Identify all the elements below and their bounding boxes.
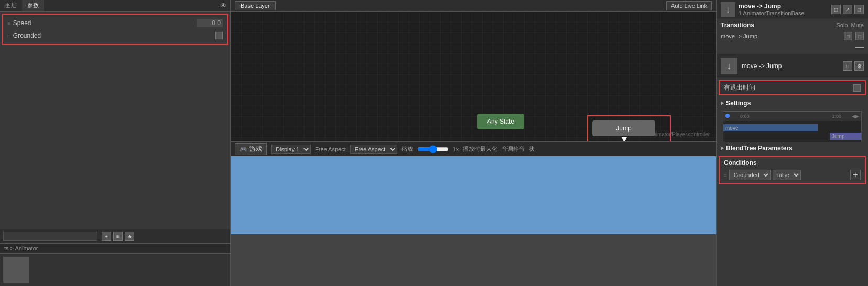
solo-label: Solo bbox=[837, 22, 848, 28]
add-condition-btn[interactable]: + bbox=[850, 170, 861, 180]
game-inner bbox=[231, 156, 716, 286]
display-select[interactable]: Display 1 bbox=[271, 145, 311, 154]
animator-thumb bbox=[3, 257, 29, 283]
canvas-label: Animator/Player.controller bbox=[650, 131, 710, 137]
timeline-track: move Jump bbox=[723, 121, 861, 142]
search-input[interactable] bbox=[3, 232, 97, 241]
conditions-title: Conditions bbox=[724, 159, 861, 167]
solo-btn[interactable]: □ bbox=[844, 32, 852, 40]
param-value-speed[interactable] bbox=[197, 19, 223, 27]
add-param-btn[interactable]: + bbox=[102, 232, 111, 241]
time-0: 0:00 bbox=[740, 114, 750, 119]
transition-detail-icon: ↓ bbox=[721, 58, 737, 74]
header-icon-1[interactable]: □ bbox=[831, 5, 841, 14]
arrow-down: ▼ bbox=[620, 135, 629, 141]
exit-time-checkbox[interactable] bbox=[853, 84, 861, 92]
detail-icon-1[interactable]: □ bbox=[843, 61, 852, 71]
header-icon-2[interactable]: ↗ bbox=[843, 5, 852, 14]
transitions-header: Transitions Solo Mute bbox=[721, 21, 864, 29]
time-1: 1:00 bbox=[832, 114, 841, 119]
timeline-jump-bar: Jump bbox=[830, 133, 861, 140]
detail-icon-2[interactable]: ⚙ bbox=[854, 61, 864, 71]
timeline-area: 0:00 1:00 ◀▶ move Jump bbox=[723, 111, 862, 142]
scale-value: 1x bbox=[453, 146, 459, 152]
scale-label: 缩放 bbox=[402, 145, 413, 153]
param-row-grounded[interactable]: ≡ Grounded bbox=[3, 29, 227, 42]
tab-layers[interactable]: 图层 bbox=[0, 0, 22, 11]
settings-chevron bbox=[721, 101, 724, 105]
bottom-bar: 🎮 游戏 Display 1 Free Aspect Free Aspect 缩… bbox=[231, 141, 716, 156]
status-label: 状 bbox=[529, 145, 535, 153]
right-title: move -> Jump bbox=[739, 3, 805, 10]
timeline-ruler: 0:00 1:00 ◀▶ bbox=[723, 112, 861, 121]
state-any-state[interactable]: Any State bbox=[477, 114, 524, 129]
has-exit-time: 有退出时间 bbox=[719, 80, 866, 95]
audio-label: 音调静音 bbox=[502, 145, 525, 153]
search-bar: + ≡ ★ bbox=[0, 229, 230, 244]
conditions-section: Conditions ≡ Grounded false + bbox=[719, 156, 866, 184]
transition-detail: ↓ move -> Jump □ ⚙ bbox=[717, 54, 868, 78]
options-btn[interactable]: ≡ bbox=[113, 232, 123, 241]
eye-icon: 👁 bbox=[220, 2, 227, 10]
center-header: Base Layer Auto Live Link bbox=[231, 0, 716, 12]
animator-canvas[interactable]: Any State Entry Jump move ▼ ▲ Exit Anima… bbox=[231, 12, 716, 141]
blend-chevron bbox=[721, 146, 724, 150]
params-area: ≡ Speed ≡ Grounded bbox=[2, 14, 228, 45]
param-checkbox-grounded[interactable] bbox=[215, 32, 223, 39]
settings-title[interactable]: Settings bbox=[721, 100, 864, 107]
right-header: ↓ move -> Jump 1 AnimatorTransitionBase … bbox=[717, 0, 868, 19]
transition-detail-icons: □ ⚙ bbox=[843, 61, 864, 71]
param-name-speed: Speed bbox=[13, 19, 197, 27]
blend-title-text: BlendTree Parameters bbox=[726, 145, 793, 152]
mute-btn[interactable]: □ bbox=[855, 32, 864, 40]
condition-row: ≡ Grounded false + bbox=[724, 169, 861, 181]
dot-blue-marker bbox=[725, 114, 730, 119]
transition-header-icon: ↓ bbox=[726, 4, 731, 15]
left-panel: 图层 参数 👁 ≡ Speed ≡ Grounded + ≡ ★ ts > An… bbox=[0, 0, 231, 286]
timeline-move-bar: move bbox=[723, 124, 818, 131]
transitions-title: Transitions bbox=[721, 21, 754, 29]
aspect-select[interactable]: Free Aspect bbox=[350, 145, 397, 154]
left-panel-tabs: 图层 参数 👁 bbox=[0, 0, 230, 12]
breadcrumb-text: ts > Animator bbox=[4, 245, 38, 251]
game-view bbox=[231, 156, 716, 286]
aspect-label: Free Aspect bbox=[315, 146, 346, 152]
auto-live-link-btn[interactable]: Auto Live Link bbox=[666, 1, 712, 10]
breadcrumb-bar: ts > Animator bbox=[0, 244, 230, 254]
star-btn[interactable]: ★ bbox=[125, 232, 134, 241]
transition-detail-name: move -> Jump bbox=[742, 62, 782, 70]
timeline-jump-label: Jump bbox=[830, 133, 847, 140]
right-subtitle: 1 AnimatorTransitionBase bbox=[739, 10, 805, 16]
blend-section: BlendTree Parameters bbox=[717, 142, 868, 154]
center-panel: Base Layer Auto Live Link Any State Entr… bbox=[231, 0, 716, 286]
tab-params[interactable]: 参数 bbox=[22, 0, 44, 11]
condition-drag-icon: ≡ bbox=[724, 172, 727, 178]
timeline-container: 0:00 1:00 ◀▶ move Jump bbox=[717, 111, 868, 142]
transitions-section: Transitions Solo Mute move -> Jump □ □ — bbox=[717, 19, 868, 54]
scale-slider[interactable] bbox=[417, 145, 449, 153]
bottom-controls: Display 1 Free Aspect Free Aspect 缩放 1x … bbox=[271, 145, 535, 154]
transition-row[interactable]: move -> Jump □ □ bbox=[721, 31, 864, 41]
header-icon-3[interactable]: □ bbox=[854, 5, 864, 14]
mute-label: Mute bbox=[851, 22, 864, 28]
condition-param-select[interactable]: Grounded bbox=[729, 170, 771, 180]
param-name-grounded: Grounded bbox=[13, 32, 215, 39]
game-tab-icon: 🎮 bbox=[240, 146, 247, 153]
game-tab-label: 游戏 bbox=[249, 145, 262, 153]
right-header-icons: □ ↗ □ bbox=[831, 5, 864, 14]
minus-separator: — bbox=[721, 42, 864, 52]
settings-section: Settings bbox=[717, 97, 868, 111]
transition-arrows: ▼ ▲ bbox=[620, 135, 629, 141]
right-panel: ↓ move -> Jump 1 AnimatorTransitionBase … bbox=[716, 0, 868, 286]
blend-title[interactable]: BlendTree Parameters bbox=[721, 145, 864, 152]
condition-value-select[interactable]: false bbox=[773, 170, 801, 180]
timeline-move-label: move bbox=[723, 125, 740, 131]
transitions-cols: Solo Mute bbox=[837, 22, 864, 28]
transition-row-name: move -> Jump bbox=[721, 33, 841, 39]
base-layer-tab[interactable]: Base Layer bbox=[235, 1, 276, 10]
drag-icon-speed: ≡ bbox=[7, 20, 10, 26]
param-row-speed[interactable]: ≡ Speed bbox=[3, 17, 227, 29]
drag-icon-grounded: ≡ bbox=[7, 33, 10, 39]
has-exit-label: 有退出时间 bbox=[724, 83, 850, 92]
maximize-label: 播放时最大化 bbox=[463, 145, 497, 153]
